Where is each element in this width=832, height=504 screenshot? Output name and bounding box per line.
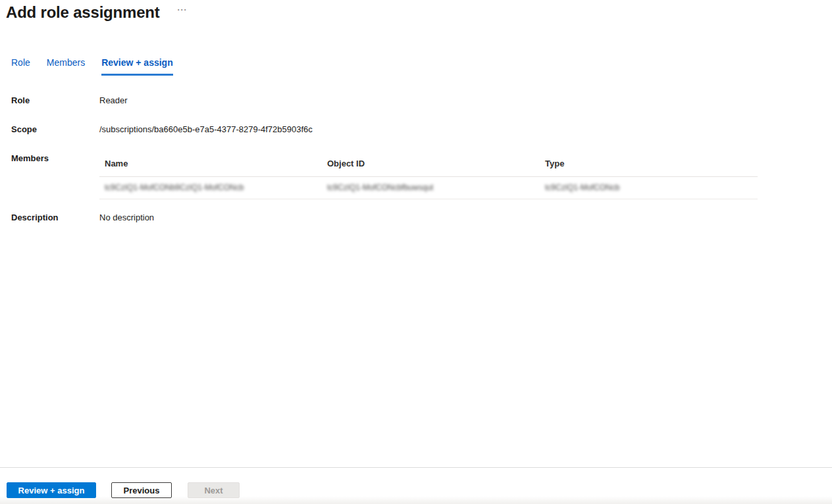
role-row: Role Reader <box>0 95 832 106</box>
scope-label: Scope <box>0 124 99 135</box>
page-title: Add role assignment <box>6 3 160 22</box>
next-button: Next <box>188 482 240 498</box>
description-row: Description No description <box>0 213 832 223</box>
table-row: tc9CzIQ1-MofCONb9CzIQ1-MofCONcb tc9CzIQ1… <box>99 177 758 199</box>
scope-row: Scope /subscriptions/ba660e5b-e7a5-4377-… <box>0 124 832 135</box>
tab-bar: Role Members Review + assign <box>11 57 832 76</box>
tab-role[interactable]: Role <box>11 57 30 76</box>
members-table: Name Object ID Type tc9CzIQ1-MofCONb9CzI… <box>99 153 758 199</box>
members-table-header-row: Name Object ID Type <box>99 153 758 177</box>
member-name-redacted: tc9CzIQ1-MofCONb9CzIQ1-MofCONcb <box>105 183 244 192</box>
description-label: Description <box>0 213 99 223</box>
role-label: Role <box>0 95 99 106</box>
member-type-redacted: tc9CzIQ1-MofCONcb <box>545 183 619 192</box>
tab-review-assign[interactable]: Review + assign <box>101 57 173 76</box>
footer-action-bar: Review + assign Previous Next <box>0 467 832 504</box>
column-header-object-id: Object ID <box>322 153 540 177</box>
scope-value: /subscriptions/ba660e5b-e7a5-4377-8279-4… <box>99 124 313 135</box>
tab-members[interactable]: Members <box>47 57 85 76</box>
review-panel: Role Reader Scope /subscriptions/ba660e5… <box>0 95 832 223</box>
member-object-id-redacted: tc9CzIQ1-MofCONcbfbuwsqut <box>327 183 433 192</box>
members-row: Members Name Object ID Type tc9CzIQ1-Mof… <box>0 153 832 199</box>
previous-button[interactable]: Previous <box>111 482 172 498</box>
role-value: Reader <box>99 95 128 106</box>
members-label: Members <box>0 153 99 164</box>
more-options-icon[interactable]: ··· <box>178 6 188 14</box>
review-assign-button[interactable]: Review + assign <box>7 482 96 498</box>
description-value: No description <box>99 213 154 223</box>
page-header: Add role assignment ··· <box>0 0 832 22</box>
column-header-name: Name <box>99 153 322 177</box>
column-header-type: Type <box>540 153 758 177</box>
